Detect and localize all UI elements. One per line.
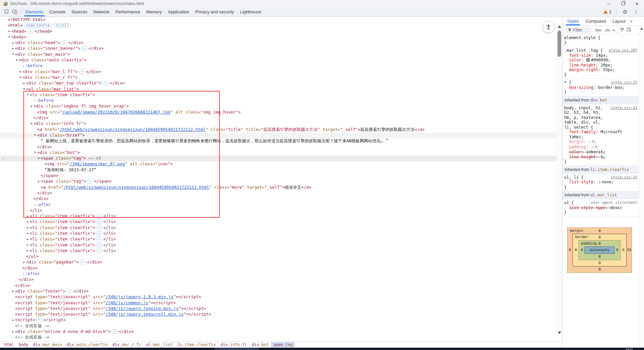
dom-tree-row[interactable]: <!DOCTYPE html>	[0, 17, 556, 23]
expand-arrow-icon[interactable]: ▶	[22, 81, 26, 85]
dom-tree-row[interactable]: <!— 在线客服 —>	[0, 323, 556, 329]
dom-tree-row[interactable]: “发布时间: 2023-07-27”	[0, 167, 556, 173]
dom-tree-row[interactable]: </span>	[0, 173, 556, 179]
collapse-arrow-icon[interactable]: ▼	[29, 122, 33, 125]
css-property[interactable]: color: inherit;	[564, 150, 637, 155]
css-selector[interactable]: ul, li {	[564, 175, 609, 180]
box-model-diagram[interactable]: margin00border00padding00auto×auto000055…	[567, 227, 636, 273]
expand-arrow-icon[interactable]: ▶	[26, 231, 30, 235]
dom-tree-row[interactable]: </div>	[0, 190, 556, 196]
css-rule[interactable]: * {style.css:27box-sizing: border-box;}	[562, 79, 639, 97]
dom-tree-row[interactable]: <html>view-sourcescroll	[0, 23, 556, 28]
tab-privacy-and-security[interactable]: Privacy and security	[192, 7, 237, 16]
dom-tree-row[interactable]: ▼<div class="brief">	[0, 133, 556, 138]
expand-arrow-icon[interactable]: ▶	[26, 226, 30, 229]
dom-tree-row[interactable]: ▶<script>⋯</script>	[0, 317, 556, 323]
color-swatch[interactable]	[586, 58, 590, 62]
expand-ellipsis-button[interactable]: ⋯	[82, 46, 88, 51]
restore-button[interactable]	[616, 0, 630, 7]
sidebar-tab-layout[interactable]: Layout	[609, 17, 629, 25]
scroll-up-arrow-icon[interactable]	[558, 25, 561, 28]
expand-ellipsis-button[interactable]: ⋯	[112, 329, 118, 334]
dom-tree-row[interactable]: <img src="/348/images/mar_07.png" alt cl…	[0, 161, 556, 167]
breadcrumb-item[interactable]: li.item.clearfix	[175, 342, 218, 347]
styles-filter-input[interactable]: Filter	[565, 27, 592, 33]
css-rule[interactable]: element.style {}	[562, 34, 639, 47]
tab-performance[interactable]: Performance	[112, 7, 143, 16]
dom-tree-row[interactable]: </div>	[0, 144, 556, 150]
dom-tree-row[interactable]: <script type="text/javascript" src="/348…	[0, 312, 556, 317]
stylesheet-source-link[interactable]: style.css:11	[611, 106, 637, 110]
collapse-arrow-icon[interactable]: ▼	[7, 35, 11, 38]
collapse-arrow-icon[interactable]: ▼	[15, 58, 19, 62]
stylesheet-source-link[interactable]: style.css:15	[611, 175, 637, 179]
dom-tree-row[interactable]: <!— 在线客服 —>	[0, 335, 556, 340]
breadcrumb-item[interactable]: div.mar_main	[31, 342, 64, 347]
expand-ellipsis-button[interactable]: ⋯	[96, 225, 103, 230]
css-property[interactable]: margin-right: 55px;	[564, 67, 637, 72]
tab-memory[interactable]: Memory	[143, 7, 165, 16]
expand-arrow-icon[interactable]: ▶	[11, 318, 15, 322]
dom-tree-row[interactable]: <script type="text/javascript" src="/348…	[0, 300, 556, 306]
breadcrumb-item[interactable]: body	[16, 342, 31, 347]
dom-tree-row[interactable]: ⋯▼<span class="tag"> == $0	[0, 156, 556, 161]
dom-tree-row[interactable]: ▼<div class="bot">	[0, 150, 556, 156]
tab-sources[interactable]: Sources	[68, 7, 91, 16]
inherited-selector-link[interactable]: li.item.clearfix	[590, 167, 629, 172]
breadcrumb-item[interactable]: span.tag	[271, 342, 295, 347]
dom-tree-row[interactable]: ::before	[0, 98, 556, 104]
dom-tree-row[interactable]: </div>	[0, 196, 556, 202]
expand-arrow-icon[interactable]: ▶	[26, 220, 30, 223]
css-property[interactable]: list-style-type: disc;	[564, 205, 637, 210]
css-property[interactable]: box-sizing: border-box;	[564, 85, 637, 90]
css-selector[interactable]: .mar_list .tag {	[564, 48, 607, 53]
dom-tree-row[interactable]: ▶<div class="mar_top clearfix">⋯</div>	[0, 80, 556, 86]
expand-ellipsis-button[interactable]: ⋯	[103, 81, 109, 85]
sidebar-tab-styles[interactable]: Styles	[564, 17, 582, 25]
styles-scrollbar[interactable]	[639, 25, 644, 348]
css-rule[interactable]: .mar_list .tag {style.css:207font-size: …	[562, 47, 639, 79]
collapse-arrow-icon[interactable]: ▼	[33, 151, 37, 154]
inherited-selector-link[interactable]: div.bot	[590, 98, 607, 103]
breadcrumb-item[interactable]: div.info.fr	[218, 342, 249, 347]
expand-ellipsis-button[interactable]: ⋯	[36, 318, 42, 322]
issues-warning-badge[interactable]: 2	[604, 10, 611, 14]
dom-tree-row[interactable]: </li>	[0, 208, 556, 213]
expand-ellipsis-button[interactable]: ⋯	[79, 69, 85, 74]
dom-tree-row[interactable]: ::after	[0, 271, 556, 277]
stylesheet-source-link[interactable]: user agent stylesheet	[591, 200, 637, 205]
expand-arrow-icon[interactable]: ▶	[7, 29, 11, 33]
dom-tree-row[interactable]: ▼<div class="mar_r fr">	[0, 75, 556, 80]
dom-tree-row[interactable]: <a href="/html/web/xinwenzixun/xingyezix…	[0, 127, 556, 133]
expand-arrow-icon[interactable]: ▶	[26, 243, 30, 246]
dom-tree-row[interactable]: ▼<ul class="mar_list">	[0, 86, 556, 92]
css-rule[interactable]: body, input, h1, h2, h3, h4, h5, h6, p, …	[562, 104, 639, 166]
accessibility-icon[interactable]	[542, 21, 554, 33]
dom-tree-row[interactable]: ▶<li class="item clearfix">⋯</li>	[0, 231, 556, 236]
expand-arrow-icon[interactable]: ▶	[11, 47, 15, 50]
dom-tree-row[interactable]: ▼<div class="info fr">	[0, 121, 556, 127]
css-property[interactable]: font-size: 14px;	[564, 53, 637, 58]
css-selector[interactable]: element.style {	[564, 35, 637, 40]
css-selector[interactable]: ul {	[564, 200, 589, 205]
more-options-icon[interactable]: ⋮	[632, 8, 640, 16]
collapse-arrow-icon[interactable]: ▼	[29, 105, 33, 108]
dom-tree-row[interactable]: ▶<div class="head">⋯</div>	[0, 40, 556, 46]
sidebar-panel-toggle-icon[interactable]	[627, 27, 631, 33]
dom-tree-row[interactable]: ▶<li class="item clearfix">⋯</li>	[0, 225, 556, 231]
dom-tree-row[interactable]: </ul>	[0, 254, 556, 259]
dom-tree-row[interactable]: ▼<body>	[0, 34, 556, 40]
dom-tree-row[interactable]: </div>	[0, 283, 556, 289]
dom-tree-row[interactable]: ▶<li class="item clearfix">⋯</li>	[0, 248, 556, 254]
breadcrumb-item[interactable]: div.mar_r.fr	[110, 342, 144, 347]
css-property[interactable]: font-family: Microsoft YaHei;	[564, 130, 637, 139]
dom-tree-row[interactable]: ::after	[0, 202, 556, 208]
collapse-arrow-icon[interactable]: ▼	[11, 52, 15, 56]
css-property[interactable]: padding: ▶0;	[564, 145, 637, 150]
breadcrumb-item[interactable]: html	[2, 342, 16, 347]
dom-tree-row[interactable]: ▶<div class="inner_banner">⋯</div>	[0, 46, 556, 51]
collapse-arrow-icon[interactable]: ▼	[37, 157, 41, 160]
dom-tree-row[interactable]: <img src="/upload/image/20221029/1667026…	[0, 110, 556, 115]
expand-ellipsis-button[interactable]: ⋯	[96, 231, 103, 236]
dom-tree-row[interactable]: <script type="text/javascript" src="/348…	[0, 294, 556, 300]
